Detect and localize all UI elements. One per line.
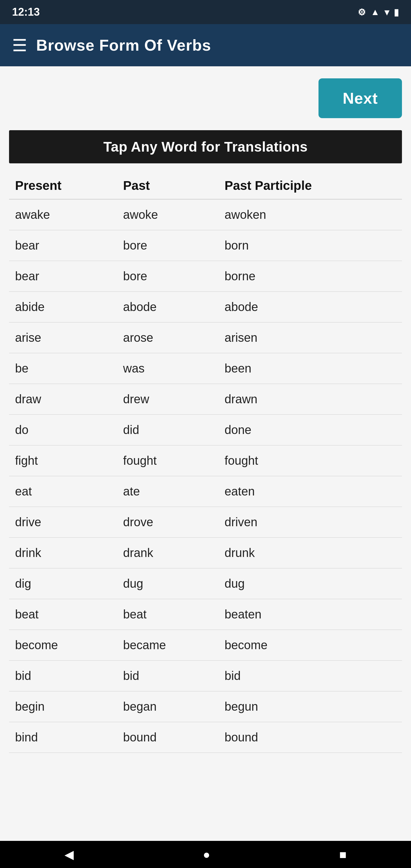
cell-present-11[interactable]: drink: [9, 538, 117, 568]
cell-past-12[interactable]: dug: [117, 568, 219, 599]
cell-pastParticiple-13[interactable]: beaten: [218, 599, 402, 630]
cell-present-16[interactable]: begin: [9, 691, 117, 722]
cell-past-2[interactable]: bore: [117, 261, 219, 292]
cell-present-10[interactable]: drive: [9, 507, 117, 538]
nav-bar: ◀ ● ■: [0, 841, 411, 868]
cell-past-10[interactable]: drove: [117, 507, 219, 538]
cell-past-1[interactable]: bore: [117, 230, 219, 261]
cell-pastParticiple-8[interactable]: fought: [218, 445, 402, 476]
header-present: Present: [9, 169, 117, 199]
table-row[interactable]: arisearosearisen: [9, 322, 402, 353]
table-row[interactable]: bewasbeen: [9, 353, 402, 384]
cell-present-6[interactable]: draw: [9, 384, 117, 415]
cell-pastParticiple-2[interactable]: borne: [218, 261, 402, 292]
back-nav-icon[interactable]: ◀: [64, 847, 74, 861]
cell-past-3[interactable]: abode: [117, 292, 219, 322]
cell-past-7[interactable]: did: [117, 415, 219, 445]
cell-past-17[interactable]: bound: [117, 722, 219, 753]
next-button[interactable]: Next: [318, 79, 402, 118]
cell-present-0[interactable]: awake: [9, 199, 117, 230]
table-row[interactable]: drivedrovedriven: [9, 507, 402, 538]
table-row[interactable]: dodiddone: [9, 415, 402, 445]
table-row[interactable]: digdugdug: [9, 568, 402, 599]
cell-present-1[interactable]: bear: [9, 230, 117, 261]
status-bar-right: ⚙ ▲ ▾ ▮: [358, 7, 399, 18]
cell-present-12[interactable]: dig: [9, 568, 117, 599]
header-past-participle: Past Participle: [218, 169, 402, 199]
cell-pastParticiple-5[interactable]: been: [218, 353, 402, 384]
status-bar: 12:13 ⚙ ▲ ▾ ▮: [0, 0, 411, 24]
wifi-icon: ▾: [384, 7, 389, 18]
cell-present-13[interactable]: beat: [9, 599, 117, 630]
cell-present-14[interactable]: become: [9, 630, 117, 661]
cell-present-2[interactable]: bear: [9, 261, 117, 292]
table-row[interactable]: bidbidbid: [9, 661, 402, 691]
cell-pastParticiple-7[interactable]: done: [218, 415, 402, 445]
header-past: Past: [117, 169, 219, 199]
cell-pastParticiple-17[interactable]: bound: [218, 722, 402, 753]
cell-present-4[interactable]: arise: [9, 322, 117, 353]
cell-pastParticiple-1[interactable]: born: [218, 230, 402, 261]
table-row[interactable]: abideabodeabode: [9, 292, 402, 322]
table-row[interactable]: drawdrewdrawn: [9, 384, 402, 415]
status-bar-left: 12:13: [12, 6, 40, 19]
cell-past-11[interactable]: drank: [117, 538, 219, 568]
cell-pastParticiple-9[interactable]: eaten: [218, 476, 402, 507]
cell-pastParticiple-16[interactable]: begun: [218, 691, 402, 722]
cell-pastParticiple-12[interactable]: dug: [218, 568, 402, 599]
table-row[interactable]: bearboreborn: [9, 230, 402, 261]
table-row[interactable]: eatateeaten: [9, 476, 402, 507]
cell-present-7[interactable]: do: [9, 415, 117, 445]
cell-past-4[interactable]: arose: [117, 322, 219, 353]
cell-pastParticiple-0[interactable]: awoken: [218, 199, 402, 230]
cell-present-5[interactable]: be: [9, 353, 117, 384]
app-title: Browse Form Of Verbs: [36, 36, 211, 54]
table-row[interactable]: beatbeatbeaten: [9, 599, 402, 630]
battery-icon: ▮: [394, 7, 399, 18]
settings-icon: ⚙: [358, 7, 366, 18]
cell-past-13[interactable]: beat: [117, 599, 219, 630]
tap-banner[interactable]: Tap Any Word for Translations: [9, 130, 402, 163]
cell-pastParticiple-4[interactable]: arisen: [218, 322, 402, 353]
cell-pastParticiple-6[interactable]: drawn: [218, 384, 402, 415]
cell-present-3[interactable]: abide: [9, 292, 117, 322]
table-row[interactable]: fightfoughtfought: [9, 445, 402, 476]
cell-past-16[interactable]: began: [117, 691, 219, 722]
cell-past-5[interactable]: was: [117, 353, 219, 384]
table-row[interactable]: awakeawokeawoken: [9, 199, 402, 230]
next-button-container: Next: [9, 79, 402, 118]
table-header-row: Present Past Past Participle: [9, 169, 402, 199]
menu-icon[interactable]: ☰: [12, 36, 27, 55]
cell-pastParticiple-15[interactable]: bid: [218, 661, 402, 691]
cell-pastParticiple-11[interactable]: drunk: [218, 538, 402, 568]
main-content: Next Tap Any Word for Translations Prese…: [0, 66, 411, 841]
cell-past-6[interactable]: drew: [117, 384, 219, 415]
cell-past-8[interactable]: fought: [117, 445, 219, 476]
cell-present-9[interactable]: eat: [9, 476, 117, 507]
cell-pastParticiple-3[interactable]: abode: [218, 292, 402, 322]
home-nav-icon[interactable]: ●: [203, 848, 210, 861]
signal-icon: ▲: [371, 7, 380, 17]
cell-present-17[interactable]: bind: [9, 722, 117, 753]
cell-pastParticiple-14[interactable]: become: [218, 630, 402, 661]
time-display: 12:13: [12, 6, 40, 19]
cell-pastParticiple-10[interactable]: driven: [218, 507, 402, 538]
table-row[interactable]: bindboundbound: [9, 722, 402, 753]
cell-present-15[interactable]: bid: [9, 661, 117, 691]
cell-present-8[interactable]: fight: [9, 445, 117, 476]
recent-nav-icon[interactable]: ■: [339, 848, 347, 861]
verb-table: Present Past Past Participle awakeawokea…: [9, 169, 402, 753]
app-bar: ☰ Browse Form Of Verbs: [0, 24, 411, 66]
cell-past-0[interactable]: awoke: [117, 199, 219, 230]
table-row[interactable]: beginbeganbegun: [9, 691, 402, 722]
table-row[interactable]: bearboreborne: [9, 261, 402, 292]
cell-past-15[interactable]: bid: [117, 661, 219, 691]
table-row[interactable]: becomebecamebecome: [9, 630, 402, 661]
cell-past-14[interactable]: became: [117, 630, 219, 661]
table-row[interactable]: drinkdrankdrunk: [9, 538, 402, 568]
cell-past-9[interactable]: ate: [117, 476, 219, 507]
